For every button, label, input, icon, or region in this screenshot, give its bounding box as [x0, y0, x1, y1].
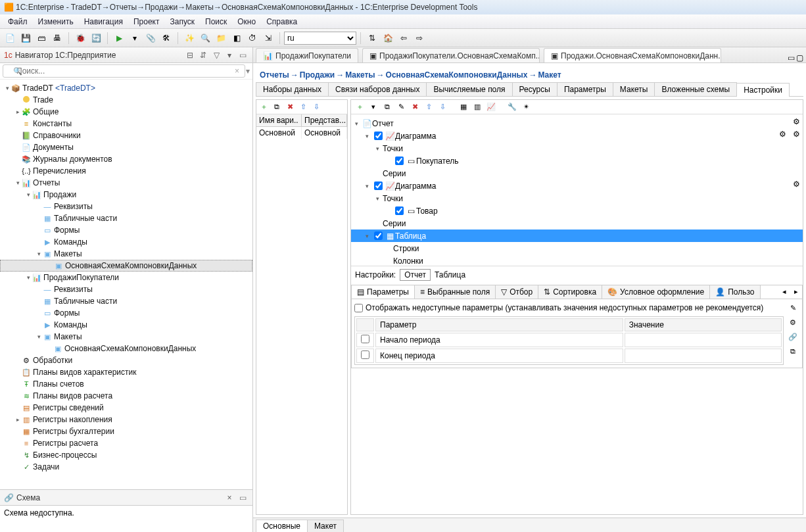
move-up-icon[interactable]: ⇧: [423, 101, 435, 113]
col-value[interactable]: Значение: [625, 318, 782, 331]
node-checkbox[interactable]: [374, 132, 383, 140]
menu-edit[interactable]: Изменить: [33, 16, 79, 28]
menu-help[interactable]: Справка: [261, 16, 302, 28]
run-icon[interactable]: ▶: [112, 31, 126, 45]
col-variant-name[interactable]: Имя вари..: [256, 114, 302, 126]
link-icon[interactable]: 🔗: [787, 331, 799, 343]
param-checkbox[interactable]: [361, 351, 369, 359]
clear-search-icon[interactable]: ×: [235, 66, 239, 76]
timer-icon[interactable]: ⏱: [245, 31, 260, 45]
tab-filter[interactable]: ▽Отбор: [496, 285, 538, 299]
node-checkbox[interactable]: [395, 206, 404, 215]
tab-parameters[interactable]: ▤Параметры: [352, 285, 415, 299]
tab-nested[interactable]: Вложенные схемы: [654, 82, 737, 96]
maximize-editor-icon[interactable]: ▢: [796, 53, 803, 62]
tab-links[interactable]: Связи наборов данных: [328, 82, 427, 96]
menu-navigate[interactable]: Навигация: [79, 16, 128, 28]
menu-search[interactable]: Поиск: [200, 16, 232, 28]
structure-tree[interactable]: ▾📄Отчет⚙ ▾📈Диаграмма⚙⚙ ▾Точки ▭Покупател…: [351, 114, 803, 266]
add-icon[interactable]: ＋: [258, 101, 270, 113]
props-icon[interactable]: ⚙: [787, 316, 799, 328]
wand-icon[interactable]: ✨: [182, 31, 197, 45]
tab-layouts[interactable]: Макеты: [613, 82, 655, 96]
tools-icon[interactable]: 🛠: [159, 31, 174, 45]
edit-icon[interactable]: ✎: [787, 302, 799, 314]
custom-icon[interactable]: ✴: [520, 101, 532, 113]
settings-icon[interactable]: ⚙: [793, 130, 800, 139]
param-row[interactable]: Конец периода: [356, 349, 782, 363]
tree-selected-item[interactable]: ▣ОсновнаяСхемаКомпоновкиДанных: [0, 260, 252, 272]
scroll-right-icon[interactable]: ▸: [790, 285, 802, 297]
bug-icon[interactable]: 🐞: [73, 31, 87, 45]
props-icon[interactable]: 🔧: [506, 101, 518, 113]
tab-params[interactable]: Параметры: [557, 82, 613, 96]
edit-icon[interactable]: ✎: [395, 101, 407, 113]
minimize-editor-icon[interactable]: ▭: [788, 53, 795, 62]
minimize-icon[interactable]: ▭: [237, 49, 249, 61]
add-item-icon[interactable]: ＋: [354, 101, 366, 113]
tab-selected-fields[interactable]: ≡Выбранные поля: [415, 285, 496, 299]
nav-fwd-icon[interactable]: ⇨: [412, 31, 427, 45]
variant-row[interactable]: Основной Основной: [256, 127, 347, 139]
menu-file[interactable]: Файл: [3, 16, 33, 28]
bottom-tab-main[interactable]: Основные: [256, 520, 308, 532]
col-variant-pres[interactable]: Представ...: [302, 114, 347, 126]
move-down-icon[interactable]: ⇩: [437, 101, 448, 113]
param-checkbox[interactable]: [361, 335, 369, 343]
table-icon[interactable]: ▥: [471, 101, 483, 113]
mark-icon[interactable]: ◧: [229, 31, 244, 45]
bottom-tab-layout[interactable]: Макет: [307, 520, 344, 532]
menu-project[interactable]: Проект: [128, 16, 165, 28]
tab-cond-appearance[interactable]: 🎨Условное оформление: [602, 285, 710, 299]
tab-calc[interactable]: Вычисляемые поля: [426, 82, 512, 96]
search-icon[interactable]: 🔍: [198, 31, 212, 45]
tab-user[interactable]: 👤Пользо: [710, 285, 760, 299]
settings-icon[interactable]: ⚙: [793, 117, 800, 126]
menu-run[interactable]: Запуск: [164, 16, 200, 28]
menu-window[interactable]: Окно: [232, 16, 261, 28]
saveall-icon[interactable]: 🗃: [34, 31, 49, 45]
group-icon[interactable]: ▦: [458, 101, 469, 113]
sync-icon[interactable]: ⇅: [365, 31, 379, 45]
structure-selected[interactable]: ▾▦Таблица: [351, 230, 803, 242]
minimize-icon[interactable]: ▭: [237, 492, 249, 504]
col-parameter[interactable]: Параметр: [375, 318, 623, 331]
filter-icon[interactable]: ▽: [210, 49, 222, 61]
navigator-search-input[interactable]: [3, 64, 245, 78]
copy-icon[interactable]: ⧉: [787, 345, 799, 357]
node-checkbox[interactable]: [374, 181, 383, 190]
tab-resources[interactable]: Ресурсы: [512, 82, 557, 96]
show-unavailable-checkbox[interactable]: [354, 304, 363, 312]
chart-icon[interactable]: 📈: [485, 101, 497, 113]
language-select[interactable]: ru: [284, 32, 356, 45]
run-dropdown-icon[interactable]: ▾: [128, 31, 142, 45]
editor-tab-2[interactable]: ▣ПродажиПокупатели.ОсновнаяСхемаКомп...: [362, 48, 540, 62]
copy-icon[interactable]: ⧉: [381, 101, 393, 113]
search-options-icon[interactable]: ▾: [246, 66, 250, 76]
editor-tab-3[interactable]: ▣Продажи.ОсновнаяСхемаКомпоновкиДанн...×: [544, 48, 721, 62]
editor-tab-1[interactable]: 📊ПродажиПокупатели: [256, 48, 358, 62]
delete-icon[interactable]: ✖: [284, 101, 296, 113]
export-icon[interactable]: ⇲: [261, 31, 275, 45]
settings-chip-report[interactable]: Отчет: [400, 269, 431, 281]
save-icon[interactable]: 💾: [18, 31, 33, 45]
print-icon[interactable]: 🖶: [50, 31, 64, 45]
navigator-tree[interactable]: ▾📦TradeDT <TradeDT> Trade ▸🧩Общие ≡Конст…: [0, 80, 252, 489]
param-row[interactable]: Начало периода: [356, 333, 782, 347]
tab-sort[interactable]: ⇅Сортировка: [538, 285, 602, 299]
scroll-left-icon[interactable]: ◂: [778, 285, 790, 297]
settings-icon[interactable]: ⚙: [779, 130, 786, 139]
refresh-icon[interactable]: 🔄: [89, 31, 103, 45]
view-menu-icon[interactable]: ▾: [224, 49, 235, 61]
attach-icon[interactable]: 📎: [143, 31, 158, 45]
node-checkbox[interactable]: [374, 231, 383, 240]
settings-icon[interactable]: ⚙: [793, 180, 800, 189]
tab-datasets[interactable]: Наборы данных: [256, 82, 329, 96]
collapse-all-icon[interactable]: ⊟: [184, 49, 196, 61]
node-checkbox[interactable]: [395, 157, 404, 165]
home-icon[interactable]: 🏠: [381, 31, 395, 45]
folder-find-icon[interactable]: 📁: [214, 31, 228, 45]
copy-icon[interactable]: ⧉: [271, 101, 283, 113]
tab-settings[interactable]: Настройки: [736, 83, 790, 97]
new-icon[interactable]: 📄: [3, 31, 17, 45]
